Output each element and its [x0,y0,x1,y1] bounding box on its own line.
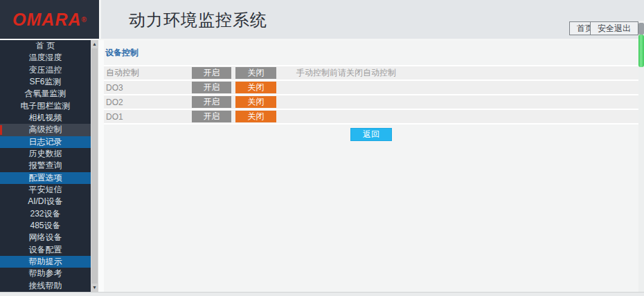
app-window: 动力环境监控系统 首页 安全退出 OMARA® 首 页 温度湿度 变压温控 SF… [0,0,644,296]
page-scrollbar-top-piece[interactable] [638,23,644,35]
control-row-do3: DO3 开启 关闭 [104,81,638,95]
open-button[interactable]: 开启 [192,82,231,93]
control-label: DO2 [104,98,192,107]
sidebar-item-alarm-query[interactable]: 报警查询 [0,160,91,172]
control-row-auto: 自动控制 开启 关闭 手动控制前请关闭自动控制 [104,66,638,81]
logo: OMARA® [0,0,99,39]
page-scrollbar[interactable] [638,21,644,292]
sidebar-content-divider [98,40,104,292]
back-button[interactable]: 返回 [350,128,392,141]
control-table: 自动控制 开启 关闭 手动控制前请关闭自动控制 DO3 开启 关闭 DO2 开启… [104,65,638,124]
sidebar-item-help-reference[interactable]: 帮助参考 [0,268,91,279]
sidebar-item-device-config[interactable]: 设备配置 [0,244,91,256]
sidebar-scrollbar[interactable]: ▲ ▼ [91,40,98,292]
sidebar-item-home[interactable]: 首 页 [0,40,91,52]
control-label: DO1 [104,112,192,122]
sidebar-item-log-records[interactable]: 日志记录 [0,136,91,148]
sidebar-item-temp-humidity[interactable]: 温度湿度 [0,52,91,64]
close-button[interactable]: 关闭 [235,111,276,122]
sidebar-item-efence-monitor[interactable]: 电子围栏监测 [0,100,91,112]
main-content: 设备控制 自动控制 开启 关闭 手动控制前请关闭自动控制 DO3 开启 关闭 D… [104,41,638,292]
control-label: 自动控制 [104,67,192,79]
close-button[interactable]: 关闭 [235,82,276,93]
control-row-do2: DO2 开启 关闭 [104,95,638,110]
sidebar-item-network-devices[interactable]: 网络设备 [0,232,91,243]
page-title: 动力环境监控系统 [129,9,267,31]
control-label: DO3 [104,83,192,93]
logout-button[interactable]: 安全退出 [590,21,638,35]
section-title: 设备控制 [105,47,638,59]
sidebar-item-232-devices[interactable]: 232设备 [0,208,91,220]
header: 动力环境监控系统 首页 安全退出 [101,0,644,39]
page-scrollbar-thumb[interactable] [638,35,644,67]
sidebar-item-oxygen-monitor[interactable]: 含氧量监测 [0,88,91,100]
sidebar-item-485-devices[interactable]: 485设备 [0,220,91,232]
sidebar-nav: 首 页 温度湿度 变压温控 SF6监测 含氧量监测 电子围栏监测 相机视频 高级… [0,40,91,292]
sidebar-item-aidi-devices[interactable]: AI/DI设备 [0,196,91,207]
open-button[interactable]: 开启 [192,96,231,108]
bottom-edge-strip [0,292,644,296]
sidebar-item-safety-sms[interactable]: 平安短信 [0,184,91,196]
scroll-down-icon[interactable]: ▼ [91,284,98,292]
brand-text: OMARA [12,10,81,30]
sidebar-item-camera-video[interactable]: 相机视频 [0,112,91,124]
control-note: 手动控制前请关闭自动控制 [296,67,396,79]
sidebar-item-transformer-temp[interactable]: 变压温控 [0,64,91,76]
sidebar-item-wiring-help[interactable]: 接线帮助 [0,280,91,292]
control-row-do1: DO1 开启 关闭 [104,110,638,124]
open-button[interactable]: 开启 [192,111,231,122]
open-button[interactable]: 开启 [192,67,231,79]
sidebar-item-config-options[interactable]: 配置选项 [0,172,91,184]
sidebar-scrollbar-thumb[interactable] [91,48,98,284]
close-button[interactable]: 关闭 [235,96,276,108]
sidebar-item-advanced-control[interactable]: 高级控制 [0,124,91,136]
close-button[interactable]: 关闭 [235,67,276,79]
scroll-up-icon[interactable]: ▲ [91,40,98,48]
sidebar-item-history-data[interactable]: 历史数据 [0,148,91,160]
registered-mark: ® [82,16,87,24]
sidebar-item-help-tips[interactable]: 帮助提示 [0,256,91,268]
sidebar-item-sf6-monitor[interactable]: SF6监测 [0,76,91,88]
